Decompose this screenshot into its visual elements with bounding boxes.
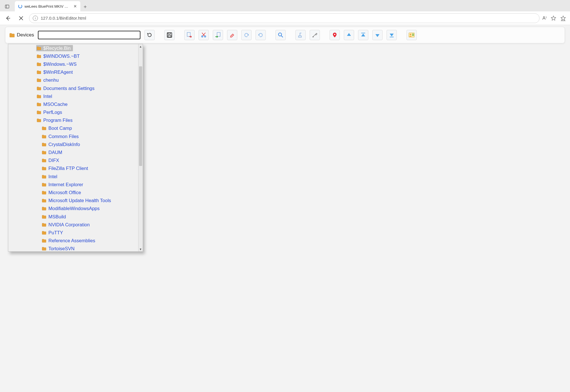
app-toolbar: Devices: [5, 27, 565, 43]
folder-icon: [42, 207, 46, 210]
folder-icon: [37, 78, 41, 82]
folder-icon: [42, 223, 46, 227]
tree-item[interactable]: CrystalDiskInfo: [8, 140, 143, 148]
tree-item-label: FileZilla FTP Client: [48, 166, 88, 171]
folder-icon: [42, 143, 46, 146]
folder-icon: [42, 199, 46, 202]
export-button[interactable]: [184, 30, 195, 40]
read-aloud-icon[interactable]: A⁾: [542, 15, 547, 21]
tree-item[interactable]: MSBuild: [8, 213, 143, 221]
scrollbar-down-arrow-icon[interactable]: ▼: [138, 247, 143, 251]
favorite-icon[interactable]: [551, 15, 556, 21]
folder-icon: [42, 215, 46, 219]
tree-item-label: Common Files: [48, 134, 79, 139]
tree-item[interactable]: NVIDIA Corporation: [8, 221, 143, 229]
tree-item-label: chenhu: [43, 77, 59, 83]
cut-button[interactable]: [199, 30, 209, 40]
tree-item[interactable]: MSOCache: [8, 100, 143, 108]
folder-icon: [37, 46, 41, 50]
new-tab-button[interactable]: ＋: [80, 2, 90, 11]
folder-icon: [42, 247, 46, 251]
tree-item[interactable]: Microsoft Update Health Tools: [8, 197, 143, 205]
tree-item-label: ModifiableWindowsApps: [48, 206, 100, 211]
tab-strip: weLees BluePrint MKIV Mod5 St… ✕ ＋: [0, 0, 570, 11]
browser-tab[interactable]: weLees BluePrint MKIV Mod5 St… ✕: [15, 1, 80, 11]
stop-button[interactable]: [16, 13, 26, 23]
tree-item[interactable]: Reference Assemblies: [8, 237, 143, 245]
tree-item[interactable]: PuTTY: [8, 229, 143, 237]
folder-icon: [42, 135, 46, 138]
folder-icon: [37, 110, 41, 114]
address-bar[interactable]: i 127.0.0.1/BinEditor.html: [29, 13, 540, 23]
svg-rect-18: [312, 36, 314, 37]
folder-icon: [37, 95, 41, 98]
folder-icon: [42, 183, 46, 186]
tree-item-label: Microsoft Update Health Tools: [48, 198, 111, 203]
folder-icon: [42, 167, 46, 170]
scroll-down-button[interactable]: [372, 30, 383, 40]
tree-item[interactable]: $Windows.~WS: [8, 60, 143, 68]
tab-close-icon[interactable]: ✕: [73, 4, 77, 9]
tree-item[interactable]: Intel: [8, 92, 143, 100]
profile-button[interactable]: [406, 30, 417, 40]
url-text: 127.0.0.1/BinEditor.html: [41, 16, 86, 20]
tree-item[interactable]: Intel: [8, 173, 143, 180]
svg-rect-9: [187, 32, 190, 36]
tree-item[interactable]: Documents and Settings: [8, 84, 143, 92]
scroll-bottom-button[interactable]: [387, 30, 397, 40]
import-button[interactable]: [213, 30, 223, 40]
tree-item[interactable]: Internet Explorer: [8, 180, 143, 188]
tree-item[interactable]: Common Files: [8, 132, 143, 140]
tree-item[interactable]: $WinREAgent: [8, 68, 143, 76]
tree-item[interactable]: Boot Camp: [8, 124, 143, 132]
svg-rect-14: [217, 32, 220, 36]
scroll-up-button[interactable]: [344, 30, 354, 40]
tree-item[interactable]: FileZilla FTP Client: [8, 165, 143, 173]
tree-item-label: $Recycle.Bin: [43, 46, 71, 51]
folder-icon: [42, 159, 46, 162]
svg-point-10: [202, 36, 203, 37]
tree-item-label: Intel: [43, 94, 52, 99]
tree-item[interactable]: DIFX: [8, 157, 143, 165]
svg-rect-17: [299, 36, 301, 37]
tree-item[interactable]: $Recycle.Bin: [8, 44, 143, 52]
favorites-menu-icon[interactable]: [560, 15, 566, 21]
folder-icon: [42, 239, 46, 243]
folder-icon: [37, 87, 41, 90]
goto-button[interactable]: [330, 30, 340, 40]
scrollbar-up-arrow-icon[interactable]: ▲: [138, 44, 143, 49]
address-row: i 127.0.0.1/BinEditor.html A⁾: [0, 11, 570, 25]
search-button[interactable]: [275, 30, 286, 40]
tab-loading-spinner-icon: [18, 4, 22, 8]
address-right-controls: A⁾: [542, 15, 567, 21]
site-info-icon[interactable]: i: [33, 16, 38, 21]
folder-icon: [42, 175, 46, 178]
tree-item[interactable]: ModifiableWindowsApps: [8, 205, 143, 213]
path-input[interactable]: [38, 31, 140, 39]
tools-button[interactable]: [310, 30, 320, 40]
tree-item[interactable]: chenhu: [8, 76, 143, 84]
tree-item[interactable]: Program Files: [8, 116, 143, 124]
folder-icon: [37, 118, 41, 122]
scroll-top-button[interactable]: [358, 30, 368, 40]
tree-item[interactable]: $WINDOWS.~BT: [8, 52, 143, 60]
save-button[interactable]: [164, 30, 175, 40]
erase-button[interactable]: [227, 30, 237, 40]
refresh-button[interactable]: [144, 30, 155, 40]
back-button[interactable]: [3, 13, 13, 23]
tab-actions-button[interactable]: [2, 2, 12, 11]
tree-item-label: Internet Explorer: [48, 182, 83, 187]
tree-scrollbar[interactable]: ▲ ▼: [138, 44, 143, 251]
tree-item[interactable]: PerfLogs: [8, 108, 143, 116]
folder-icon: [42, 126, 46, 130]
tree-item[interactable]: Microsoft Office: [8, 188, 143, 196]
redo-button[interactable]: [256, 30, 266, 40]
inspect-button[interactable]: [295, 30, 306, 40]
svg-line-16: [281, 36, 283, 38]
undo-button[interactable]: [241, 30, 252, 40]
svg-point-23: [410, 34, 411, 35]
devices-button[interactable]: Devices: [9, 32, 34, 38]
tree-item[interactable]: DAUM: [8, 148, 143, 156]
tree-item[interactable]: TortoiseSVN: [8, 245, 143, 251]
scrollbar-thumb[interactable]: [139, 66, 142, 166]
